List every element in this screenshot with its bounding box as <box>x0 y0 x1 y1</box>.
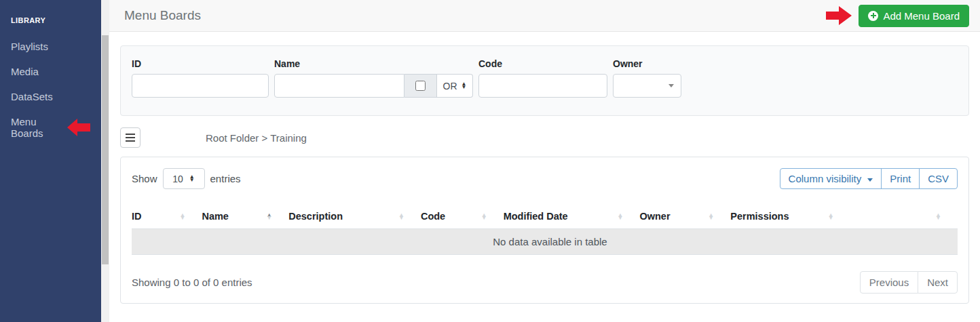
owner-select[interactable] <box>613 74 681 98</box>
datatable-buttons: Column visibility Print CSV <box>780 168 958 189</box>
column-header-name[interactable]: Name▲▼ <box>202 204 288 229</box>
menu-boards-table: ID▲▼ Name▲▼ Description▲▼ Code▲▼ Modifie… <box>132 204 958 255</box>
entries-label: entries <box>210 173 241 184</box>
name-regex-addon <box>404 74 437 98</box>
filter-field-id: ID <box>132 58 269 98</box>
column-header-id[interactable]: ID▲▼ <box>132 204 202 229</box>
page-length-control: Show 10 ▲▼ entries <box>132 168 241 189</box>
name-input[interactable] <box>274 74 404 98</box>
owner-label: Owner <box>613 58 681 69</box>
sort-icon: ▲▼ <box>618 214 624 220</box>
print-button[interactable]: Print <box>881 168 920 189</box>
add-menu-board-button[interactable]: Add Menu Board <box>859 5 969 27</box>
vertical-scrollbar[interactable] <box>101 0 109 322</box>
sidebar-item-playlists[interactable]: Playlists <box>0 34 101 59</box>
logic-operator-value: OR <box>443 81 457 92</box>
sidebar-item-menu-boards[interactable]: Menu Boards <box>0 109 101 146</box>
sort-icon: ▲▼ <box>935 214 941 220</box>
show-label: Show <box>132 173 157 184</box>
sidebar-item-label: Media <box>11 66 39 77</box>
annotation-arrow-left-icon <box>67 119 90 136</box>
chevron-down-icon <box>668 84 674 87</box>
column-header-modified-date[interactable]: Modified Date▲▼ <box>504 204 640 229</box>
page-length-value: 10 <box>172 174 183 184</box>
filter-field-owner: Owner <box>613 58 681 98</box>
select-updown-icon: ▲▼ <box>461 83 467 89</box>
filter-panel: ID Name OR ▲▼ Code <box>120 45 969 116</box>
breadcrumb: Root Folder > Training <box>206 132 307 144</box>
name-exact-match-checkbox[interactable] <box>415 81 426 91</box>
sidebar-item-datasets[interactable]: DataSets <box>0 84 101 109</box>
folder-tree-toggle-button[interactable] <box>120 127 140 148</box>
scrollbar-thumb[interactable] <box>102 35 109 264</box>
sort-asc-icon: ▲▼ <box>266 214 272 220</box>
filter-field-name: Name OR ▲▼ <box>274 58 473 98</box>
sidebar: LIBRARY Playlists Media DataSets Menu Bo… <box>0 0 101 322</box>
column-header-permissions[interactable]: Permissions▲▼ <box>730 204 850 229</box>
column-header-actions[interactable]: ▲▼ <box>850 204 958 229</box>
sort-icon: ▲▼ <box>481 214 487 220</box>
hamburger-icon <box>126 134 135 135</box>
entries-summary: Showing 0 to 0 of 0 entries <box>132 277 252 288</box>
id-label: ID <box>132 58 269 69</box>
page-header: Menu Boards Add Menu Board <box>109 0 980 32</box>
page-length-select[interactable]: 10 ▲▼ <box>163 168 205 189</box>
table-header-row: ID▲▼ Name▲▼ Description▲▼ Code▲▼ Modifie… <box>132 204 958 229</box>
code-input[interactable] <box>478 74 607 98</box>
name-label: Name <box>274 58 473 69</box>
empty-row: No data available in table <box>132 229 958 255</box>
column-visibility-button[interactable]: Column visibility <box>780 168 882 189</box>
sidebar-item-label: Menu Boards <box>11 116 62 139</box>
filter-field-code: Code <box>478 58 607 98</box>
annotation-arrow-right-icon <box>826 6 852 25</box>
empty-message: No data available in table <box>132 229 958 255</box>
chevron-down-icon <box>867 178 873 182</box>
sort-icon: ▲▼ <box>180 214 186 220</box>
sort-icon: ▲▼ <box>398 214 404 220</box>
sort-icon: ▲▼ <box>708 214 714 220</box>
select-updown-icon: ▲▼ <box>189 176 195 182</box>
folder-toolbar: Root Folder > Training <box>120 127 969 148</box>
sidebar-section-library: LIBRARY <box>0 11 101 34</box>
plus-circle-icon <box>868 11 878 21</box>
page-title: Menu Boards <box>124 8 201 23</box>
add-menu-board-label: Add Menu Board <box>883 10 960 22</box>
code-label: Code <box>478 58 607 69</box>
csv-button[interactable]: CSV <box>919 168 958 189</box>
table-panel: Show 10 ▲▼ entries Column visibility Pri… <box>120 157 969 304</box>
previous-page-button[interactable]: Previous <box>860 271 918 294</box>
logic-operator-select[interactable]: OR ▲▼ <box>437 74 473 98</box>
column-header-owner[interactable]: Owner▲▼ <box>639 204 730 229</box>
sidebar-item-label: Playlists <box>11 41 48 52</box>
sidebar-item-media[interactable]: Media <box>0 59 101 84</box>
column-header-code[interactable]: Code▲▼ <box>421 204 504 229</box>
column-header-description[interactable]: Description▲▼ <box>288 204 421 229</box>
sort-icon: ▲▼ <box>828 214 834 220</box>
next-page-button[interactable]: Next <box>918 271 958 294</box>
main-content: Menu Boards Add Menu Board ID Name <box>109 0 980 322</box>
id-input[interactable] <box>132 74 269 98</box>
sidebar-item-label: DataSets <box>11 91 53 102</box>
pagination: Previous Next <box>860 271 958 294</box>
